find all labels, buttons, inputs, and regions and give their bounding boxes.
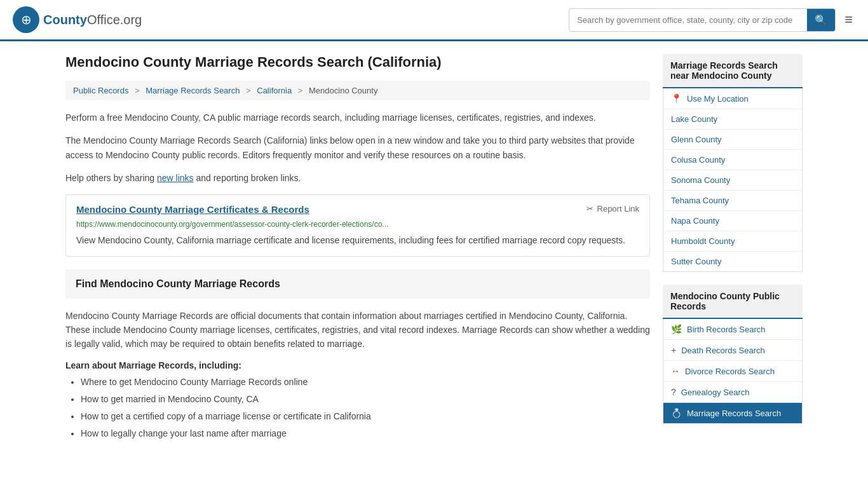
nearby-county-item: Napa County bbox=[663, 211, 802, 231]
scissors-icon: ✂ bbox=[587, 204, 593, 214]
nearby-county-link[interactable]: Sutter County bbox=[671, 257, 722, 266]
site-header: ⊕ CountyOffice.org 🔍 ≡ bbox=[0, 0, 868, 41]
record-card: Mendocino County Marriage Certificates &… bbox=[65, 194, 650, 257]
public-records-link[interactable]: Death Records Search bbox=[681, 346, 765, 355]
nearby-county-item: Glenn County bbox=[663, 130, 802, 150]
main-container: Mendocino County Marriage Records Search… bbox=[53, 41, 815, 457]
public-records-link-item: +Death Records Search bbox=[663, 340, 802, 361]
public-records-icon: 💍 bbox=[671, 408, 682, 418]
header-right: 🔍 ≡ bbox=[569, 8, 855, 32]
description-2: The Mendocino County Marriage Records Se… bbox=[65, 133, 650, 162]
public-records-link[interactable]: Birth Records Search bbox=[687, 325, 766, 334]
sidebar: Marriage Records Search near Mendocino C… bbox=[663, 54, 803, 444]
nearby-county-link[interactable]: Humboldt County bbox=[671, 236, 735, 246]
public-records-icon: ? bbox=[671, 387, 676, 397]
public-records-icon: 🌿 bbox=[671, 324, 682, 334]
logo-text: CountyOffice.org bbox=[43, 13, 142, 27]
location-icon: 📍 bbox=[671, 93, 682, 104]
logo-icon: ⊕ bbox=[13, 6, 39, 33]
use-my-location-link[interactable]: Use My Location bbox=[687, 94, 749, 104]
record-card-url: https://www.mendocinocounty.org/governme… bbox=[76, 220, 639, 229]
nearby-county-link[interactable]: Sonoma County bbox=[671, 175, 730, 185]
nearby-county-link[interactable]: Lake County bbox=[671, 114, 717, 124]
nearby-heading: Marriage Records Search near Mendocino C… bbox=[663, 54, 803, 88]
record-card-description: View Mendocino County, California marria… bbox=[76, 234, 639, 247]
learn-list-item: How to legally change your last name aft… bbox=[81, 427, 650, 440]
public-records-icon: + bbox=[671, 345, 676, 355]
nearby-county-item: Sutter County bbox=[663, 252, 802, 271]
search-bar: 🔍 bbox=[569, 8, 836, 32]
hamburger-menu-button[interactable]: ≡ bbox=[842, 9, 855, 30]
nearby-links: 📍 Use My Location Lake CountyGlenn Count… bbox=[663, 88, 803, 272]
nearby-county-item: Tehama County bbox=[663, 191, 802, 211]
learn-list-item: How to get married in Mendocino County, … bbox=[81, 393, 650, 406]
public-records-link-item: ?Genealogy Search bbox=[663, 382, 802, 403]
nearby-county-item: Lake County bbox=[663, 109, 802, 130]
new-links-link[interactable]: new links bbox=[157, 173, 194, 183]
nearby-county-item: Humboldt County bbox=[663, 231, 802, 252]
logo-area: ⊕ CountyOffice.org bbox=[13, 6, 142, 33]
public-records-section: Mendocino County Public Records 🌿Birth R… bbox=[663, 285, 803, 424]
public-records-icon: ↔ bbox=[671, 366, 680, 376]
use-my-location-item: 📍 Use My Location bbox=[663, 88, 802, 109]
record-card-header: Mendocino County Marriage Certificates &… bbox=[76, 204, 639, 215]
nearby-county-link[interactable]: Napa County bbox=[671, 216, 719, 226]
learn-list-item: Where to get Mendocino County Marriage R… bbox=[81, 376, 650, 389]
breadcrumb-california[interactable]: California bbox=[257, 86, 292, 95]
description-1: Perform a free Mendocino County, CA publ… bbox=[65, 111, 650, 125]
nearby-county-item: Sonoma County bbox=[663, 170, 802, 191]
learn-heading: Learn about Marriage Records, including: bbox=[65, 360, 650, 370]
nearby-county-item: Colusa County bbox=[663, 150, 802, 170]
nearby-county-link[interactable]: Glenn County bbox=[671, 135, 722, 144]
public-records-link-item: 🌿Birth Records Search bbox=[663, 319, 802, 340]
nearby-county-link[interactable]: Tehama County bbox=[671, 196, 729, 205]
find-section-header: Find Mendocino County Marriage Records bbox=[65, 269, 650, 299]
page-title: Mendocino County Marriage Records Search… bbox=[65, 54, 650, 71]
record-card-title[interactable]: Mendocino County Marriage Certificates &… bbox=[76, 204, 309, 215]
search-input[interactable] bbox=[569, 10, 807, 30]
breadcrumb: Public Records > Marriage Records Search… bbox=[65, 81, 650, 100]
breadcrumb-marriage-records-search[interactable]: Marriage Records Search bbox=[146, 86, 240, 95]
report-link-button[interactable]: ✂ Report Link bbox=[587, 204, 639, 214]
public-records-heading: Mendocino County Public Records bbox=[663, 285, 803, 319]
learn-list-item: How to get a certified copy of a marriag… bbox=[81, 410, 650, 423]
search-button[interactable]: 🔍 bbox=[807, 9, 835, 31]
content-area: Mendocino County Marriage Records Search… bbox=[65, 54, 650, 444]
public-records-link[interactable]: Marriage Records Search bbox=[687, 409, 781, 418]
nearby-county-link[interactable]: Colusa County bbox=[671, 155, 725, 165]
find-section-title: Find Mendocino County Marriage Records bbox=[76, 278, 640, 290]
description-3: Help others by sharing new links and rep… bbox=[65, 171, 650, 185]
public-records-link[interactable]: Genealogy Search bbox=[681, 388, 750, 397]
nearby-counties-list: Lake CountyGlenn CountyColusa CountySono… bbox=[663, 109, 802, 271]
public-records-link-item: 💍Marriage Records Search bbox=[663, 403, 802, 423]
breadcrumb-mendocino-county: Mendocino County bbox=[309, 86, 377, 95]
learn-list: Where to get Mendocino County Marriage R… bbox=[65, 376, 650, 440]
breadcrumb-public-records[interactable]: Public Records bbox=[73, 86, 128, 95]
public-records-links: 🌿Birth Records Search+Death Records Sear… bbox=[663, 319, 803, 424]
public-records-link[interactable]: Divorce Records Search bbox=[685, 367, 775, 376]
public-records-link-item: ↔Divorce Records Search bbox=[663, 361, 802, 382]
nearby-counties-section: Marriage Records Search near Mendocino C… bbox=[663, 54, 803, 272]
find-section-description: Mendocino County Marriage Records are of… bbox=[65, 309, 650, 351]
